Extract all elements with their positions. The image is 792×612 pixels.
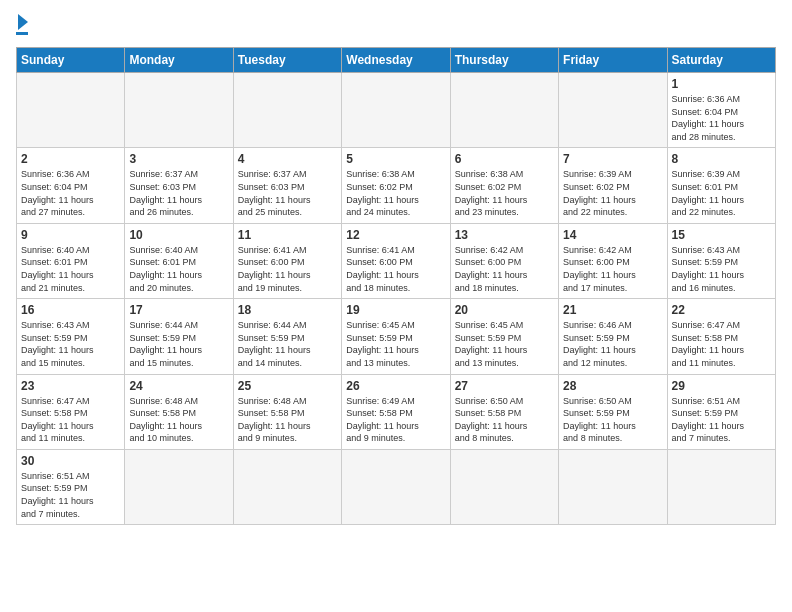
day-info: Sunrise: 6:38 AM Sunset: 6:02 PM Dayligh… — [346, 168, 445, 218]
calendar-cell — [667, 449, 775, 524]
weekday-header-row: SundayMondayTuesdayWednesdayThursdayFrid… — [17, 48, 776, 73]
calendar-cell: 15Sunrise: 6:43 AM Sunset: 5:59 PM Dayli… — [667, 223, 775, 298]
calendar-cell: 1Sunrise: 6:36 AM Sunset: 6:04 PM Daylig… — [667, 73, 775, 148]
day-number: 29 — [672, 379, 771, 393]
calendar-row-2: 2Sunrise: 6:36 AM Sunset: 6:04 PM Daylig… — [17, 148, 776, 223]
day-info: Sunrise: 6:37 AM Sunset: 6:03 PM Dayligh… — [238, 168, 337, 218]
day-number: 22 — [672, 303, 771, 317]
calendar-cell: 25Sunrise: 6:48 AM Sunset: 5:58 PM Dayli… — [233, 374, 341, 449]
day-info: Sunrise: 6:37 AM Sunset: 6:03 PM Dayligh… — [129, 168, 228, 218]
weekday-header-friday: Friday — [559, 48, 667, 73]
day-number: 7 — [563, 152, 662, 166]
logo-underline — [16, 32, 28, 35]
calendar-cell: 14Sunrise: 6:42 AM Sunset: 6:00 PM Dayli… — [559, 223, 667, 298]
day-number: 1 — [672, 77, 771, 91]
weekday-header-tuesday: Tuesday — [233, 48, 341, 73]
day-info: Sunrise: 6:36 AM Sunset: 6:04 PM Dayligh… — [672, 93, 771, 143]
day-number: 20 — [455, 303, 554, 317]
day-info: Sunrise: 6:51 AM Sunset: 5:59 PM Dayligh… — [672, 395, 771, 445]
calendar-cell: 3Sunrise: 6:37 AM Sunset: 6:03 PM Daylig… — [125, 148, 233, 223]
calendar-cell: 19Sunrise: 6:45 AM Sunset: 5:59 PM Dayli… — [342, 299, 450, 374]
calendar-row-3: 9Sunrise: 6:40 AM Sunset: 6:01 PM Daylig… — [17, 223, 776, 298]
calendar-row-5: 23Sunrise: 6:47 AM Sunset: 5:58 PM Dayli… — [17, 374, 776, 449]
day-info: Sunrise: 6:43 AM Sunset: 5:59 PM Dayligh… — [21, 319, 120, 369]
page-header — [16, 16, 776, 35]
calendar-cell: 8Sunrise: 6:39 AM Sunset: 6:01 PM Daylig… — [667, 148, 775, 223]
day-number: 4 — [238, 152, 337, 166]
day-info: Sunrise: 6:49 AM Sunset: 5:58 PM Dayligh… — [346, 395, 445, 445]
day-number: 12 — [346, 228, 445, 242]
day-number: 3 — [129, 152, 228, 166]
day-info: Sunrise: 6:40 AM Sunset: 6:01 PM Dayligh… — [21, 244, 120, 294]
day-info: Sunrise: 6:39 AM Sunset: 6:02 PM Dayligh… — [563, 168, 662, 218]
day-number: 10 — [129, 228, 228, 242]
calendar-cell — [450, 449, 558, 524]
day-number: 24 — [129, 379, 228, 393]
calendar-cell: 24Sunrise: 6:48 AM Sunset: 5:58 PM Dayli… — [125, 374, 233, 449]
day-info: Sunrise: 6:45 AM Sunset: 5:59 PM Dayligh… — [346, 319, 445, 369]
weekday-header-sunday: Sunday — [17, 48, 125, 73]
calendar-cell: 16Sunrise: 6:43 AM Sunset: 5:59 PM Dayli… — [17, 299, 125, 374]
calendar-cell: 4Sunrise: 6:37 AM Sunset: 6:03 PM Daylig… — [233, 148, 341, 223]
calendar-table: SundayMondayTuesdayWednesdayThursdayFrid… — [16, 47, 776, 525]
logo — [16, 16, 28, 35]
day-info: Sunrise: 6:50 AM Sunset: 5:58 PM Dayligh… — [455, 395, 554, 445]
day-number: 15 — [672, 228, 771, 242]
day-info: Sunrise: 6:48 AM Sunset: 5:58 PM Dayligh… — [238, 395, 337, 445]
day-number: 11 — [238, 228, 337, 242]
calendar-cell: 30Sunrise: 6:51 AM Sunset: 5:59 PM Dayli… — [17, 449, 125, 524]
calendar-cell: 26Sunrise: 6:49 AM Sunset: 5:58 PM Dayli… — [342, 374, 450, 449]
weekday-header-saturday: Saturday — [667, 48, 775, 73]
calendar-cell — [342, 73, 450, 148]
calendar-cell — [233, 449, 341, 524]
calendar-row-6: 30Sunrise: 6:51 AM Sunset: 5:59 PM Dayli… — [17, 449, 776, 524]
calendar-cell — [125, 449, 233, 524]
day-number: 23 — [21, 379, 120, 393]
calendar-cell: 6Sunrise: 6:38 AM Sunset: 6:02 PM Daylig… — [450, 148, 558, 223]
calendar-cell — [17, 73, 125, 148]
day-number: 26 — [346, 379, 445, 393]
calendar-cell: 5Sunrise: 6:38 AM Sunset: 6:02 PM Daylig… — [342, 148, 450, 223]
weekday-header-monday: Monday — [125, 48, 233, 73]
day-number: 17 — [129, 303, 228, 317]
calendar-cell: 12Sunrise: 6:41 AM Sunset: 6:00 PM Dayli… — [342, 223, 450, 298]
calendar-cell: 7Sunrise: 6:39 AM Sunset: 6:02 PM Daylig… — [559, 148, 667, 223]
calendar-row-1: 1Sunrise: 6:36 AM Sunset: 6:04 PM Daylig… — [17, 73, 776, 148]
day-number: 9 — [21, 228, 120, 242]
day-number: 27 — [455, 379, 554, 393]
day-info: Sunrise: 6:46 AM Sunset: 5:59 PM Dayligh… — [563, 319, 662, 369]
calendar-cell: 22Sunrise: 6:47 AM Sunset: 5:58 PM Dayli… — [667, 299, 775, 374]
day-info: Sunrise: 6:44 AM Sunset: 5:59 PM Dayligh… — [238, 319, 337, 369]
calendar-cell: 2Sunrise: 6:36 AM Sunset: 6:04 PM Daylig… — [17, 148, 125, 223]
calendar-cell: 11Sunrise: 6:41 AM Sunset: 6:00 PM Dayli… — [233, 223, 341, 298]
day-info: Sunrise: 6:41 AM Sunset: 6:00 PM Dayligh… — [346, 244, 445, 294]
day-info: Sunrise: 6:36 AM Sunset: 6:04 PM Dayligh… — [21, 168, 120, 218]
day-number: 18 — [238, 303, 337, 317]
day-number: 21 — [563, 303, 662, 317]
day-info: Sunrise: 6:41 AM Sunset: 6:00 PM Dayligh… — [238, 244, 337, 294]
calendar-cell: 13Sunrise: 6:42 AM Sunset: 6:00 PM Dayli… — [450, 223, 558, 298]
calendar-row-4: 16Sunrise: 6:43 AM Sunset: 5:59 PM Dayli… — [17, 299, 776, 374]
calendar-cell — [559, 73, 667, 148]
day-info: Sunrise: 6:48 AM Sunset: 5:58 PM Dayligh… — [129, 395, 228, 445]
day-info: Sunrise: 6:44 AM Sunset: 5:59 PM Dayligh… — [129, 319, 228, 369]
day-info: Sunrise: 6:51 AM Sunset: 5:59 PM Dayligh… — [21, 470, 120, 520]
calendar-cell: 9Sunrise: 6:40 AM Sunset: 6:01 PM Daylig… — [17, 223, 125, 298]
calendar-cell — [125, 73, 233, 148]
day-info: Sunrise: 6:45 AM Sunset: 5:59 PM Dayligh… — [455, 319, 554, 369]
day-number: 6 — [455, 152, 554, 166]
day-info: Sunrise: 6:39 AM Sunset: 6:01 PM Dayligh… — [672, 168, 771, 218]
calendar-cell: 28Sunrise: 6:50 AM Sunset: 5:59 PM Dayli… — [559, 374, 667, 449]
calendar-cell: 17Sunrise: 6:44 AM Sunset: 5:59 PM Dayli… — [125, 299, 233, 374]
calendar-cell: 10Sunrise: 6:40 AM Sunset: 6:01 PM Dayli… — [125, 223, 233, 298]
calendar-cell — [559, 449, 667, 524]
weekday-header-thursday: Thursday — [450, 48, 558, 73]
day-number: 14 — [563, 228, 662, 242]
calendar-cell: 27Sunrise: 6:50 AM Sunset: 5:58 PM Dayli… — [450, 374, 558, 449]
day-number: 16 — [21, 303, 120, 317]
day-number: 2 — [21, 152, 120, 166]
calendar-cell: 23Sunrise: 6:47 AM Sunset: 5:58 PM Dayli… — [17, 374, 125, 449]
day-info: Sunrise: 6:42 AM Sunset: 6:00 PM Dayligh… — [455, 244, 554, 294]
day-info: Sunrise: 6:47 AM Sunset: 5:58 PM Dayligh… — [21, 395, 120, 445]
day-info: Sunrise: 6:43 AM Sunset: 5:59 PM Dayligh… — [672, 244, 771, 294]
